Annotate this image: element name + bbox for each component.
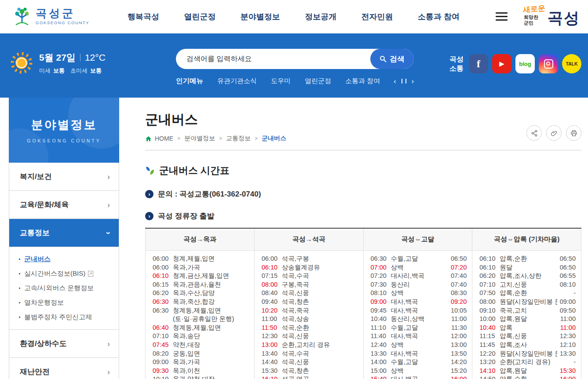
search-button[interactable]: 검색 <box>370 49 414 69</box>
subsection-head: 곡성 정류장 출발 <box>145 211 581 221</box>
sidebar-item-label: 재난안전 <box>20 367 50 377</box>
search-input[interactable] <box>186 55 370 63</box>
breadcrumb-item[interactable]: HOME <box>155 135 173 142</box>
timetable-entry: 14:40석곡,신풍 <box>262 358 358 367</box>
ultrafine-dust-value: 보통 <box>90 67 102 75</box>
timetable-column: 06:10압록,순환06:5006:10원달06:5006:20압록,조사,상한… <box>472 251 581 379</box>
nav-item[interactable]: 소통과 참여 <box>418 11 460 22</box>
timetable-entry: 10:40압록11:00 <box>479 324 576 332</box>
quick-menu-controls <box>394 78 414 85</box>
timetable-entry: 15:30석곡,창촌 <box>262 367 358 375</box>
sidebar-item[interactable]: 교통정보› <box>9 219 119 247</box>
timetable-entry: 14:50압록,순환16:00 <box>479 375 576 379</box>
hero-banner: 5월 27일 12°C 미세 보통 초미세 보통 검색 <box>0 33 588 98</box>
timetable-entry: 11:00석곡,상송 <box>262 315 358 324</box>
timetable-column-header: 곡성⇔고달 <box>363 228 472 251</box>
chevron-right-icon: › <box>107 368 110 376</box>
timetable-entry: 07:20대사리,백곡07:40 <box>371 272 467 281</box>
timetable-entry: 08:20궁동,입면 <box>153 350 249 358</box>
timetable-entry: 07:10고치,신풍08:10 <box>479 281 576 289</box>
site-logo[interactable]: 곡성군 GOKSEONG COUNTY <box>12 6 89 27</box>
sns-links: 곡성 소통 f▶blogTALK <box>449 54 581 73</box>
sidebar-subitem[interactable]: 군내버스 <box>9 252 119 266</box>
sidebar-subtitle: GOKSEONG COUNTY <box>27 138 101 143</box>
weather-divider <box>80 54 80 61</box>
search-button-label: 검색 <box>390 54 405 64</box>
carousel-next-icon[interactable] <box>412 78 414 85</box>
slogan-word-people: 군민 <box>524 20 533 26</box>
breadcrumb-separator: > <box>177 135 180 142</box>
quick-menu-item[interactable]: 열린군정 <box>305 77 331 85</box>
timetable-column-header: 곡성→석곡 <box>254 228 363 251</box>
facebook-icon[interactable]: f <box>469 54 488 73</box>
instagram-icon[interactable] <box>539 54 558 73</box>
timetable-entry: 11:50석곡,순환 <box>262 324 358 332</box>
sidebar-item[interactable]: 교육/문화/체육› <box>9 191 119 219</box>
logo-subtitle: GOKSEONG COUNTY <box>36 20 89 25</box>
quick-menu-item[interactable]: 소통과 참여 <box>345 77 380 85</box>
weather-widget: 5월 27일 12°C 미세 보통 초미세 보통 <box>10 51 106 75</box>
nav-item[interactable]: 열린군정 <box>184 11 215 22</box>
menu-toggle-button[interactable] <box>496 12 508 21</box>
print-button[interactable] <box>566 125 581 141</box>
home-icon <box>145 135 152 142</box>
copy-url-button[interactable] <box>546 125 562 141</box>
breadcrumb-separator: > <box>255 135 258 142</box>
sidebar-subitem-label: 군내버스 <box>24 255 51 263</box>
sidebar-subitem[interactable]: 불법주정차 주민신고제 <box>9 310 119 324</box>
quick-menu-item[interactable]: 도우미 <box>271 77 291 85</box>
timetable-entry: 08:40석곡,신풍 <box>262 289 358 298</box>
share-button[interactable] <box>526 125 542 141</box>
timetable-entry: 13:40석곡,수곡 <box>262 350 358 358</box>
carousel-pause-icon[interactable] <box>402 79 406 84</box>
section-head: 군내버스 시간표 <box>145 164 581 177</box>
chevron-right-icon: › <box>107 340 110 348</box>
nav-item[interactable]: 분야별정보 <box>241 11 280 22</box>
share-icon <box>531 130 538 137</box>
sidebar-subitem[interactable]: 열차운행정보 <box>9 295 119 310</box>
timetable-entry: 09:40석곡,창촌 <box>262 298 358 306</box>
timetable-entry: 09:00옥과,가곡 <box>153 358 249 367</box>
timetable-entry: 07:50압록,순환- <box>479 289 576 298</box>
quick-menu-item[interactable]: 유관기관소식 <box>217 77 257 85</box>
sidebar-item[interactable]: 환경/상하수도› <box>9 330 119 358</box>
timetable-entry: 06:30수월,고달06:50 <box>371 255 467 263</box>
timetable-entry: 13:20순환(고치리 경유)- <box>479 358 576 367</box>
carousel-prev-icon[interactable] <box>394 78 396 85</box>
sidebar-subitem-label: 불법주정차 주민신고제 <box>24 313 92 321</box>
nav-item[interactable]: 행복곡성 <box>128 11 159 22</box>
timetable-entry: 09:30옥과,이천 <box>153 367 249 375</box>
quick-menu-items: 유관기관소식도우미열린군정소통과 참여 <box>217 77 380 85</box>
link-icon <box>551 130 558 137</box>
nav-item[interactable]: 정보공개 <box>305 11 336 22</box>
breadcrumb-item[interactable]: 교통정보 <box>226 135 251 142</box>
divider <box>145 150 581 150</box>
dust-value: 보통 <box>53 67 65 75</box>
slogan-line1: 새로운 <box>522 3 546 15</box>
blog-icon[interactable]: blog <box>515 54 535 73</box>
bullet-icon <box>19 288 20 289</box>
sidebar-item[interactable]: 복지/보건› <box>9 163 119 191</box>
chevron-bullet-icon <box>145 190 153 198</box>
kakaotalk-icon[interactable]: TALK <box>562 54 581 73</box>
county-slogan-logo: 새로운 희망찬 군민 곡성 <box>521 3 582 29</box>
sidebar-subitem[interactable]: 실시간버스정보(BIS)↗ <box>9 266 119 281</box>
youtube-icon[interactable]: ▶ <box>492 54 511 73</box>
section-title: 군내버스 시간표 <box>159 164 230 177</box>
sidebar-subitem[interactable]: 고속/시외버스 운행정보 <box>9 281 119 295</box>
timetable-column-header: 곡성⇔압록 (기차마을) <box>472 228 581 251</box>
logo-text: 곡성군 GOKSEONG COUNTY <box>36 7 89 26</box>
sidebar-subitem-label: 실시간버스정보(BIS) <box>24 270 85 278</box>
timetable-entry: 16:10석곡,염곡 <box>262 375 358 379</box>
breadcrumb-item[interactable]: 분야별정보 <box>184 135 215 142</box>
sidebar-item-label: 교육/문화/체육 <box>20 200 69 210</box>
site-search: 검색 <box>176 49 414 69</box>
nav-item[interactable]: 전자민원 <box>362 11 393 22</box>
slogan-main: 곡성 <box>548 8 580 29</box>
subsection-title: 곡성 정류장 출발 <box>158 211 214 221</box>
quick-menu: 인기메뉴 유관기관소식도우미열린군정소통과 참여 <box>176 77 414 86</box>
breadcrumb-item[interactable]: 군내버스 <box>262 135 286 142</box>
sidebar-item[interactable]: 재난안전› <box>9 358 119 379</box>
sidebar-submenu: 군내버스실시간버스정보(BIS)↗고속/시외버스 운행정보열차운행정보불법주정차… <box>9 247 119 330</box>
timetable-entry: 06:20옥과,수산,담양 <box>153 289 249 298</box>
